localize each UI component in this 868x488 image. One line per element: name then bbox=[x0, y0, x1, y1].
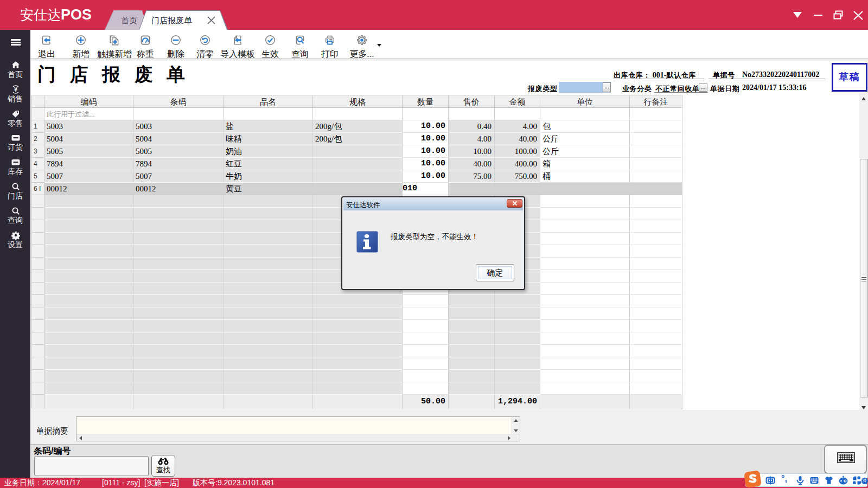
svg-text:¥: ¥ bbox=[14, 86, 18, 93]
